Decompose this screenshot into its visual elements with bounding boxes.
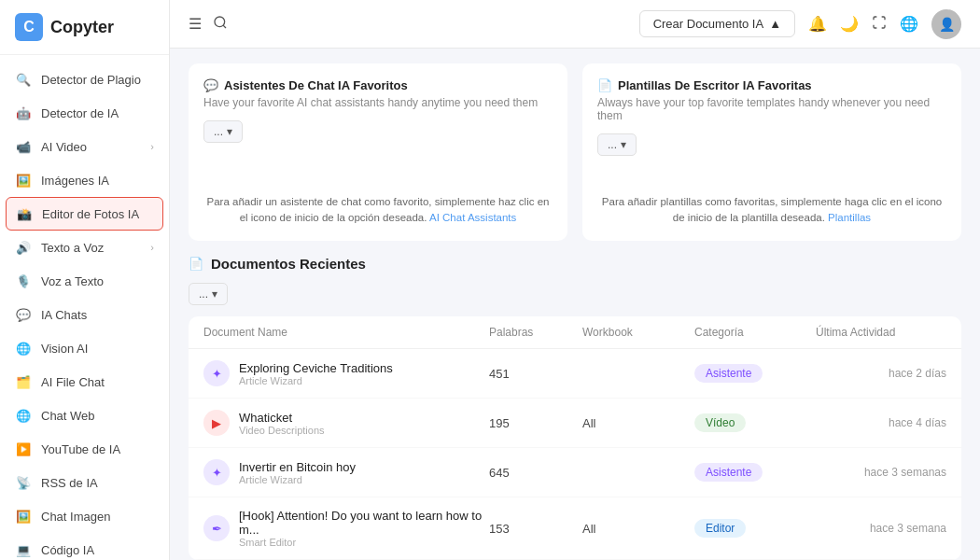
ai-file-chat-icon: 🗂️: [15, 373, 32, 390]
sidebar-item-editor-fotos-ia[interactable]: 📸 Editor de Fotos IA: [6, 197, 163, 231]
recent-btn-chevron: ▾: [212, 287, 217, 301]
sidebar-item-imagenes-ia[interactable]: 🖼️ Imágenes IA: [0, 163, 169, 197]
table-header-col: Categoría: [694, 326, 816, 339]
section-title: Documentos Recientes: [211, 256, 366, 272]
sidebar-item-texto-a-voz[interactable]: 🔊 Texto a Voz ›: [0, 231, 169, 264]
ai-video-icon: 📹: [15, 138, 32, 155]
categoria-badge: Asistente: [694, 364, 763, 383]
texto-a-voz-icon: 🔊: [15, 239, 32, 256]
sidebar-item-label: IA Chats: [41, 308, 154, 322]
sidebar-item-label: Voz a Texto: [41, 274, 154, 288]
doc-palabras: 153: [489, 522, 582, 536]
doc-palabras: 645: [489, 466, 582, 480]
user-avatar[interactable]: 👤: [931, 9, 961, 39]
topbar: ☰ Crear Documento IA ▲ 🔔 🌙 🌐 👤: [170, 0, 980, 49]
sidebar-item-ai-video[interactable]: 📹 AI Video ›: [0, 130, 169, 163]
chat-imagen-icon: 🖼️: [15, 508, 32, 525]
sidebar-item-chat-web[interactable]: 🌐 Chat Web: [0, 399, 169, 432]
sidebar-item-detector-plagio[interactable]: 🔍 Detector de Plagio: [0, 63, 169, 96]
doc-info: ✦ Invertir en Bitcoin hoy Article Wizard: [203, 459, 489, 485]
doc-palabras: 451: [489, 367, 582, 381]
sidebar-logo: C Copyter: [0, 0, 169, 55]
doc-info: ✦ Exploring Ceviche Traditions Article W…: [203, 360, 489, 386]
card-chevron: ▾: [621, 138, 626, 151]
sidebar-item-rss-de-ia[interactable]: 📡 RSS de IA: [0, 466, 169, 499]
card-more-button[interactable]: ... ▾: [203, 120, 243, 143]
table-header-col: Workbook: [582, 326, 694, 339]
recent-more-button[interactable]: ... ▾: [189, 283, 228, 305]
bell-icon[interactable]: 🔔: [808, 15, 827, 33]
sidebar-item-ai-file-chat[interactable]: 🗂️ AI File Chat: [0, 365, 169, 399]
chevron-icon: ›: [150, 141, 154, 152]
sidebar-item-voz-a-texto[interactable]: 🎙️ Voz a Texto: [0, 264, 169, 298]
doc-workbook: All: [582, 522, 694, 536]
card-more-button[interactable]: ... ▾: [597, 133, 637, 156]
globe-icon[interactable]: 🌐: [900, 15, 918, 33]
doc-categoria: Asistente: [694, 364, 816, 383]
card-subtitle: Always have your top favorite templates …: [597, 96, 946, 122]
table-header-col: Document Name: [203, 326, 489, 339]
sidebar-item-label: Detector de IA: [41, 106, 154, 120]
doc-type: Article Wizard: [239, 474, 356, 485]
doc-icon: ✦: [203, 360, 230, 386]
sidebar-item-label: Vision AI: [41, 342, 154, 356]
sidebar-item-label: Detector de Plagio: [41, 73, 154, 87]
svg-point-0: [215, 17, 225, 27]
chat-web-icon: 🌐: [15, 407, 32, 424]
crear-label: Crear Documento IA: [653, 17, 764, 31]
imagenes-ia-icon: 🖼️: [15, 172, 32, 189]
menu-icon[interactable]: ☰: [189, 15, 202, 33]
cards-row: 💬 Asistentes De Chat IA Favoritos Have y…: [170, 49, 980, 241]
main-area: ☰ Crear Documento IA ▲ 🔔 🌙 🌐 👤 💬: [170, 0, 980, 560]
recent-section: 📄 Documentos Recientes ... ▾ Document Na…: [170, 241, 980, 560]
topbar-right: Crear Documento IA ▲ 🔔 🌙 🌐 👤: [639, 9, 961, 39]
rss-de-ia-icon: 📡: [15, 474, 32, 491]
chevron-icon: ›: [150, 242, 154, 253]
youtube-de-ia-icon: ▶️: [15, 441, 32, 457]
card-subtitle: Have your favorite AI chat assistants ha…: [203, 96, 553, 109]
logo-icon: C: [15, 13, 43, 41]
table-header-col: Palabras: [489, 326, 582, 339]
codigo-ia-icon: 💻: [15, 541, 32, 558]
sidebar-item-label: Chat Web: [41, 409, 154, 423]
sidebar-item-ia-chats[interactable]: 💬 IA Chats: [0, 298, 169, 331]
sidebar-item-vision-ai[interactable]: 🌐 Vision AI: [0, 331, 169, 365]
card-actions: ... ▾: [203, 120, 553, 143]
card-footer-link[interactable]: AI Chat Assistants: [429, 212, 516, 223]
expand-icon[interactable]: [872, 15, 887, 34]
section-actions: ... ▾: [189, 283, 961, 305]
sidebar-item-label: RSS de IA: [41, 476, 154, 490]
table-header-col: Última Actividad: [816, 326, 946, 339]
table-row[interactable]: ✒ [Hook] Attention! Do you want to learn…: [189, 497, 961, 560]
doc-actividad: hace 3 semanas: [816, 466, 946, 479]
vision-ai-icon: 🌐: [15, 340, 32, 357]
card-chevron: ▾: [227, 125, 232, 138]
card-icon: 💬: [203, 78, 218, 92]
sidebar-item-label: Imágenes IA: [41, 174, 154, 188]
topbar-left: ☰: [189, 15, 228, 34]
crear-chevron: ▲: [769, 17, 781, 31]
card-footer: Para añadir plantillas como favoritas, s…: [597, 194, 946, 227]
card-footer-link[interactable]: Plantillas: [828, 212, 871, 223]
sidebar-item-label: Chat Imagen: [41, 510, 154, 524]
card-title: 📄 Plantillas De Escritor IA Favoritas: [597, 78, 946, 92]
sidebar-item-chat-imagen[interactable]: 🖼️ Chat Imagen: [0, 499, 169, 533]
sidebar-item-detector-ia[interactable]: 🤖 Detector de IA: [0, 96, 169, 130]
table-row[interactable]: ✦ Exploring Ceviche Traditions Article W…: [189, 349, 961, 399]
crear-documento-button[interactable]: Crear Documento IA ▲: [639, 10, 795, 37]
moon-icon[interactable]: 🌙: [840, 15, 859, 33]
table-row[interactable]: ▶ Whaticket Video Descriptions 195 All V…: [189, 399, 961, 448]
table-row[interactable]: ✦ Invertir en Bitcoin hoy Article Wizard…: [189, 448, 961, 497]
doc-type: Video Descriptions: [239, 425, 325, 436]
doc-type: Smart Editor: [239, 537, 489, 548]
doc-icon: ✒: [203, 515, 230, 541]
search-icon[interactable]: [213, 15, 228, 34]
sidebar-item-label: Editor de Fotos IA: [42, 207, 153, 221]
doc-type: Article Wizard: [239, 375, 393, 386]
categoria-badge: Asistente: [694, 463, 763, 482]
voz-a-texto-icon: 🎙️: [15, 273, 32, 289]
doc-icon: ✦: [203, 459, 230, 485]
card-title: 💬 Asistentes De Chat IA Favoritos: [203, 78, 553, 92]
sidebar-item-codigo-ia[interactable]: 💻 Código IA: [0, 533, 169, 560]
sidebar-item-youtube-de-ia[interactable]: ▶️ YouTube de IA: [0, 432, 169, 466]
